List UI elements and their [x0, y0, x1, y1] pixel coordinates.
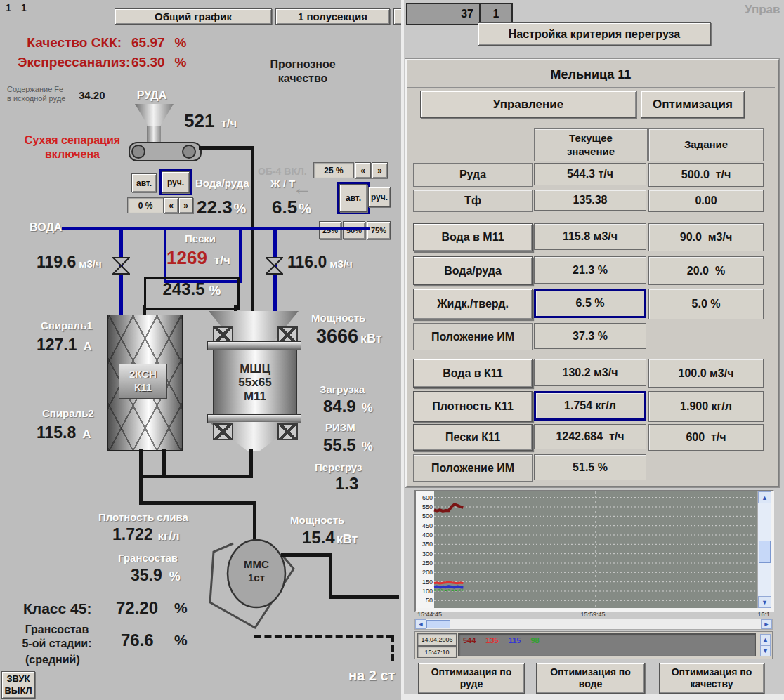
row-label: Руда — [413, 163, 533, 187]
discharge-density-value: 1.722 — [112, 525, 153, 544]
legend-series-values: 54413511598 — [458, 633, 756, 656]
rizm-value: 55.5 — [323, 435, 356, 455]
legend-value: 544 — [463, 636, 476, 645]
ore-label: РУДА — [131, 89, 173, 102]
mill-bearing-bottom-right — [277, 423, 298, 440]
preset-50-button[interactable]: 50% — [343, 221, 365, 239]
jt-value: 6.5 — [272, 197, 297, 218]
overload-value: 1.3 — [335, 474, 358, 494]
ob4-status-label: ОБ-4 ВКЛ. — [258, 166, 307, 177]
ore-rate: 521 т/ч — [184, 110, 237, 132]
ore-rate-unit: т/ч — [221, 117, 237, 131]
svg-text:300: 300 — [422, 550, 433, 557]
overload-criteria-setup-button[interactable]: Настройка критерия перегруза — [478, 22, 711, 46]
skk-quality-row: Качество СКК: 65.97 % — [18, 35, 186, 51]
gran-label: Грансостав — [118, 552, 178, 564]
feeder-auto-button[interactable]: авт. — [131, 173, 157, 192]
setpoint-cell[interactable]: 100.0 м3/ч — [648, 359, 764, 388]
water-valve-left-icon[interactable] — [112, 257, 130, 275]
setpoint-cell[interactable]: 90.0 м3/ч — [648, 223, 764, 251]
optimization-tab-button[interactable]: Оптимизация — [641, 91, 745, 118]
row-label: Тф — [413, 190, 533, 212]
feeder-increase-button[interactable]: » — [178, 197, 193, 213]
setpoint-cell[interactable]: 600 т/ч — [648, 424, 764, 451]
row-label-button[interactable]: Плотность К11 — [413, 391, 533, 422]
circulation-box: 243.5 % — [144, 277, 240, 310]
setpoint-cell[interactable]: 1.900 кг/л — [648, 391, 764, 422]
water-valve-right-icon[interactable] — [266, 257, 283, 275]
legend-down-arrow[interactable]: ▼ — [760, 645, 771, 656]
top-right-truncated-label: Управ — [745, 3, 780, 17]
pump-power-unit: кВт — [337, 532, 358, 547]
pump-power-readout: 15.4 кВт — [302, 528, 358, 548]
optimize-by-quality-button[interactable]: Оптимизация покачеству — [659, 663, 764, 694]
preset-75-button[interactable]: 75% — [367, 221, 391, 239]
jt-setpoint-field[interactable]: 25 % — [313, 162, 354, 178]
classifier-outlet-pipe-1 — [139, 449, 143, 476]
current-value-cell: 1242.684 т/ч — [534, 424, 646, 449]
ore-rate-value: 521 — [184, 110, 214, 132]
x-tick-right: 16:1 — [757, 611, 770, 618]
feeder-manual-selected-frame: руч. — [159, 169, 192, 195]
row-label-button[interactable]: Жидк./тверд. — [413, 289, 533, 319]
scroll-left-arrow[interactable]: ◄ — [415, 619, 426, 629]
row-label-button[interactable]: Вода в М11 — [413, 223, 533, 251]
sound-off-button[interactable]: ЗВУКВЫКЛ — [1, 671, 35, 699]
pump-power-value: 15.4 — [302, 528, 335, 548]
svg-text:500: 500 — [422, 513, 433, 520]
vscroll-thumb[interactable] — [759, 541, 771, 563]
spiral1-readout: 127.1 А — [37, 336, 92, 355]
chart-horizontal-scrollbar[interactable]: ◄ ► — [414, 619, 773, 630]
counter-value-a: 37 — [407, 4, 481, 24]
legend-up-arrow[interactable]: ▲ — [760, 634, 771, 645]
feeder-decrease-button[interactable]: « — [164, 197, 178, 213]
hscroll-thumb[interactable] — [426, 620, 450, 628]
jt-auto-button[interactable]: авт. — [339, 184, 367, 212]
row-label-button[interactable]: Вода в К11 — [413, 359, 533, 388]
rizm-unit: % — [362, 440, 373, 454]
control-tab-button[interactable]: Управление — [420, 91, 636, 118]
chart-vertical-scrollbar[interactable]: ▲ ▼ — [757, 491, 771, 608]
row-label-button[interactable]: Пески К11 — [413, 424, 533, 451]
setpoint-cell[interactable]: 5.0 % — [648, 289, 764, 319]
mill-power-value: 3666 — [316, 326, 358, 348]
jt-decrease-button[interactable]: « — [355, 162, 371, 178]
water-ore-label: Вода/руда — [195, 177, 249, 189]
spiral2-unit: А — [82, 428, 91, 442]
jt-manual-button[interactable]: руч. — [368, 187, 391, 207]
mill-panel-title: Мельница 11 — [405, 65, 776, 84]
setpoint-cell[interactable]: 500.0 т/ч — [648, 163, 764, 187]
current-value-cell[interactable]: 6.5 % — [534, 289, 646, 318]
pump-outlet-pipe-h1 — [281, 553, 332, 557]
express-analysis-row: Экспрессанализ: 65.30 % — [18, 55, 186, 70]
tab-half-section-1[interactable]: 1 полусекция — [275, 8, 390, 25]
setpoint-cell[interactable]: 0.00 — [648, 190, 764, 212]
feeder-manual-button[interactable]: руч. — [162, 171, 190, 193]
tab-general-graph[interactable]: Общий график — [115, 8, 272, 25]
optimize-by-water-button[interactable]: Оптимизация поводе — [536, 663, 645, 694]
pump-power-label: Мощность — [290, 514, 344, 526]
mill-power-unit: кВт — [360, 331, 382, 346]
feeder-setpoint-field[interactable]: 0 % — [127, 197, 164, 213]
class45-unit: % — [174, 600, 188, 616]
current-value-cell[interactable]: 1.754 кг/л — [534, 391, 646, 421]
scroll-right-arrow[interactable]: ► — [761, 619, 772, 629]
gran5-label: Грансостав5-ой стадии: — [15, 623, 98, 651]
row-label-button[interactable]: Вода/руда — [413, 256, 533, 285]
mill-discharge-pipe — [249, 449, 253, 477]
gran5-value: 76.6 — [121, 630, 154, 650]
scroll-up-arrow[interactable]: ▲ — [758, 491, 771, 503]
jt-increase-button[interactable]: » — [372, 162, 388, 178]
pipe-conveyor-out — [199, 146, 254, 150]
legend-value: 135 — [485, 636, 498, 645]
trend-series-Вода в К11 — [434, 590, 463, 590]
window-id-left: 1 — [6, 2, 11, 13]
column-header-setpoint: Задание — [648, 128, 764, 161]
preset-25-button[interactable]: 25% — [319, 221, 341, 239]
fe-content-label: Содержание Fe в исходной руде — [7, 85, 65, 103]
setpoint-cell[interactable]: 20.0 % — [648, 256, 764, 285]
pump-outlet-pipe-v — [329, 553, 332, 598]
optimize-by-ore-button[interactable]: Оптимизация поруде — [418, 663, 525, 694]
scroll-down-arrow[interactable]: ▼ — [758, 596, 771, 608]
column-header-current: Текущее значение — [534, 128, 648, 161]
